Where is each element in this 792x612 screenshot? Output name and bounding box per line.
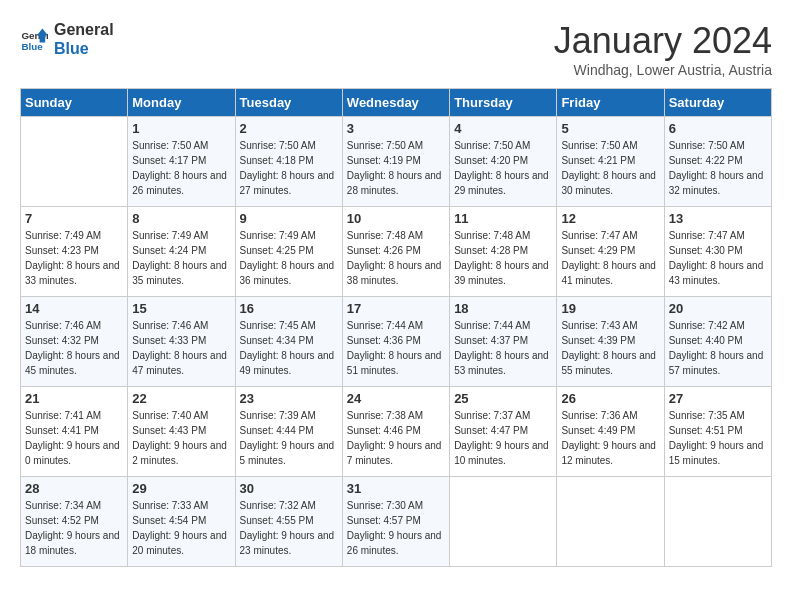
day-info: Sunrise: 7:41 AM Sunset: 4:41 PM Dayligh… [25,408,123,468]
daylight-text: Daylight: 8 hours and 28 minutes. [347,170,442,196]
weekday-header: Thursday [450,89,557,117]
calendar-cell: 25 Sunrise: 7:37 AM Sunset: 4:47 PM Dayl… [450,387,557,477]
logo: General Blue General Blue [20,20,114,58]
sunset-text: Sunset: 4:37 PM [454,335,528,346]
day-info: Sunrise: 7:48 AM Sunset: 4:28 PM Dayligh… [454,228,552,288]
calendar-cell: 23 Sunrise: 7:39 AM Sunset: 4:44 PM Dayl… [235,387,342,477]
sunrise-text: Sunrise: 7:46 AM [25,320,101,331]
daylight-text: Daylight: 8 hours and 27 minutes. [240,170,335,196]
calendar-cell [21,117,128,207]
sunset-text: Sunset: 4:32 PM [25,335,99,346]
sunset-text: Sunset: 4:26 PM [347,245,421,256]
sunset-text: Sunset: 4:41 PM [25,425,99,436]
calendar-header-row: SundayMondayTuesdayWednesdayThursdayFrid… [21,89,772,117]
day-number: 28 [25,481,123,496]
day-info: Sunrise: 7:30 AM Sunset: 4:57 PM Dayligh… [347,498,445,558]
daylight-text: Daylight: 9 hours and 23 minutes. [240,530,335,556]
day-info: Sunrise: 7:33 AM Sunset: 4:54 PM Dayligh… [132,498,230,558]
day-number: 22 [132,391,230,406]
daylight-text: Daylight: 8 hours and 45 minutes. [25,350,120,376]
calendar-table: SundayMondayTuesdayWednesdayThursdayFrid… [20,88,772,567]
day-info: Sunrise: 7:50 AM Sunset: 4:20 PM Dayligh… [454,138,552,198]
daylight-text: Daylight: 8 hours and 53 minutes. [454,350,549,376]
day-number: 1 [132,121,230,136]
sunset-text: Sunset: 4:55 PM [240,515,314,526]
weekday-header: Monday [128,89,235,117]
sunrise-text: Sunrise: 7:48 AM [454,230,530,241]
sunset-text: Sunset: 4:25 PM [240,245,314,256]
sunrise-text: Sunrise: 7:49 AM [240,230,316,241]
daylight-text: Daylight: 8 hours and 41 minutes. [561,260,656,286]
day-info: Sunrise: 7:49 AM Sunset: 4:23 PM Dayligh… [25,228,123,288]
calendar-cell: 27 Sunrise: 7:35 AM Sunset: 4:51 PM Dayl… [664,387,771,477]
sunset-text: Sunset: 4:44 PM [240,425,314,436]
daylight-text: Daylight: 8 hours and 51 minutes. [347,350,442,376]
day-number: 24 [347,391,445,406]
daylight-text: Daylight: 9 hours and 12 minutes. [561,440,656,466]
calendar-week-row: 14 Sunrise: 7:46 AM Sunset: 4:32 PM Dayl… [21,297,772,387]
day-info: Sunrise: 7:42 AM Sunset: 4:40 PM Dayligh… [669,318,767,378]
calendar-cell: 24 Sunrise: 7:38 AM Sunset: 4:46 PM Dayl… [342,387,449,477]
day-number: 12 [561,211,659,226]
sunset-text: Sunset: 4:29 PM [561,245,635,256]
calendar-cell: 1 Sunrise: 7:50 AM Sunset: 4:17 PM Dayli… [128,117,235,207]
calendar-subtitle: Windhag, Lower Austria, Austria [554,62,772,78]
day-number: 14 [25,301,123,316]
page-header: General Blue General Blue January 2024 W… [20,20,772,78]
daylight-text: Daylight: 8 hours and 57 minutes. [669,350,764,376]
day-number: 30 [240,481,338,496]
weekday-header: Wednesday [342,89,449,117]
calendar-cell: 20 Sunrise: 7:42 AM Sunset: 4:40 PM Dayl… [664,297,771,387]
daylight-text: Daylight: 9 hours and 7 minutes. [347,440,442,466]
daylight-text: Daylight: 8 hours and 38 minutes. [347,260,442,286]
calendar-cell: 8 Sunrise: 7:49 AM Sunset: 4:24 PM Dayli… [128,207,235,297]
calendar-week-row: 1 Sunrise: 7:50 AM Sunset: 4:17 PM Dayli… [21,117,772,207]
sunrise-text: Sunrise: 7:45 AM [240,320,316,331]
day-number: 8 [132,211,230,226]
calendar-cell [450,477,557,567]
sunset-text: Sunset: 4:36 PM [347,335,421,346]
weekday-header: Tuesday [235,89,342,117]
day-number: 11 [454,211,552,226]
sunset-text: Sunset: 4:34 PM [240,335,314,346]
calendar-cell: 7 Sunrise: 7:49 AM Sunset: 4:23 PM Dayli… [21,207,128,297]
calendar-week-row: 21 Sunrise: 7:41 AM Sunset: 4:41 PM Dayl… [21,387,772,477]
sunrise-text: Sunrise: 7:38 AM [347,410,423,421]
daylight-text: Daylight: 8 hours and 43 minutes. [669,260,764,286]
sunset-text: Sunset: 4:18 PM [240,155,314,166]
calendar-cell: 6 Sunrise: 7:50 AM Sunset: 4:22 PM Dayli… [664,117,771,207]
sunset-text: Sunset: 4:19 PM [347,155,421,166]
sunrise-text: Sunrise: 7:49 AM [132,230,208,241]
calendar-cell: 22 Sunrise: 7:40 AM Sunset: 4:43 PM Dayl… [128,387,235,477]
sunset-text: Sunset: 4:17 PM [132,155,206,166]
sunset-text: Sunset: 4:33 PM [132,335,206,346]
day-info: Sunrise: 7:49 AM Sunset: 4:24 PM Dayligh… [132,228,230,288]
day-info: Sunrise: 7:36 AM Sunset: 4:49 PM Dayligh… [561,408,659,468]
sunrise-text: Sunrise: 7:49 AM [25,230,101,241]
sunrise-text: Sunrise: 7:30 AM [347,500,423,511]
sunrise-text: Sunrise: 7:37 AM [454,410,530,421]
day-number: 6 [669,121,767,136]
daylight-text: Daylight: 8 hours and 32 minutes. [669,170,764,196]
calendar-cell: 19 Sunrise: 7:43 AM Sunset: 4:39 PM Dayl… [557,297,664,387]
sunrise-text: Sunrise: 7:32 AM [240,500,316,511]
day-info: Sunrise: 7:50 AM Sunset: 4:18 PM Dayligh… [240,138,338,198]
day-info: Sunrise: 7:44 AM Sunset: 4:36 PM Dayligh… [347,318,445,378]
calendar-cell: 18 Sunrise: 7:44 AM Sunset: 4:37 PM Dayl… [450,297,557,387]
day-info: Sunrise: 7:47 AM Sunset: 4:29 PM Dayligh… [561,228,659,288]
daylight-text: Daylight: 9 hours and 5 minutes. [240,440,335,466]
day-number: 27 [669,391,767,406]
day-info: Sunrise: 7:32 AM Sunset: 4:55 PM Dayligh… [240,498,338,558]
day-number: 19 [561,301,659,316]
sunset-text: Sunset: 4:39 PM [561,335,635,346]
sunset-text: Sunset: 4:20 PM [454,155,528,166]
calendar-cell [557,477,664,567]
day-number: 2 [240,121,338,136]
day-info: Sunrise: 7:37 AM Sunset: 4:47 PM Dayligh… [454,408,552,468]
sunrise-text: Sunrise: 7:47 AM [561,230,637,241]
day-info: Sunrise: 7:43 AM Sunset: 4:39 PM Dayligh… [561,318,659,378]
sunrise-text: Sunrise: 7:50 AM [454,140,530,151]
calendar-cell: 4 Sunrise: 7:50 AM Sunset: 4:20 PM Dayli… [450,117,557,207]
daylight-text: Daylight: 8 hours and 33 minutes. [25,260,120,286]
sunrise-text: Sunrise: 7:50 AM [669,140,745,151]
